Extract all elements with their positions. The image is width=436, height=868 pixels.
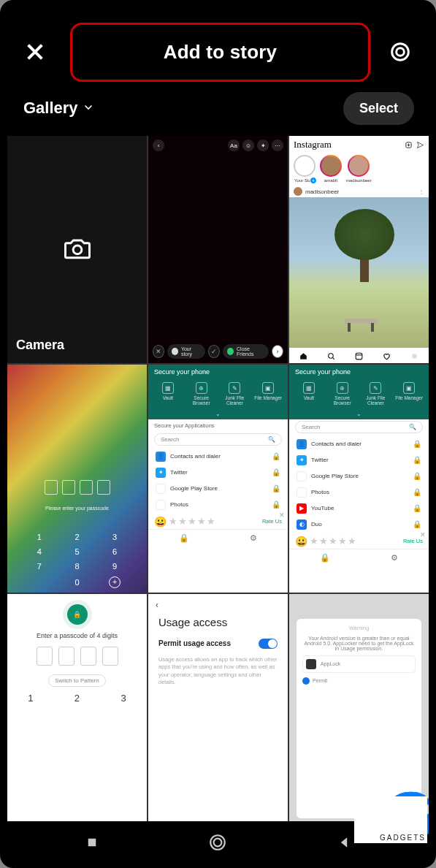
svg-point-4 — [328, 354, 333, 359]
close-icon — [23, 40, 47, 64]
page-title-highlight: Add to story — [70, 23, 370, 82]
contacts-icon: 👤 — [156, 452, 166, 462]
triangle-left-icon — [337, 835, 351, 850]
dot-icon — [302, 677, 310, 685]
thumbnail-instagram-feed[interactable]: Instagram + Your Story amabft — [289, 136, 429, 363]
story-item: amabft — [320, 155, 342, 183]
circle-icon — [208, 833, 227, 852]
story-item: madisonbeer — [346, 155, 372, 183]
text-tool-icon: Aa — [228, 140, 240, 151]
duo-icon: ◐ — [297, 519, 307, 530]
folder-icon: ▣ — [262, 382, 274, 394]
plus-icon: + — [310, 177, 317, 184]
search-box: Search🔍 — [154, 433, 282, 446]
lock-icon: 🔒 — [413, 440, 421, 448]
your-story-pill: Your story — [167, 344, 205, 359]
warning-body: Your Android version is greater than or … — [302, 636, 416, 651]
thumbnail-secure-a[interactable]: Secure your phone ▦Vault ⊕Secure Browser… — [148, 365, 288, 592]
thumbnail-passcode-white[interactable]: 🔒 Enter a passcode of 4 digits Switch to… — [7, 594, 147, 821]
svg-point-9 — [214, 839, 222, 847]
search-icon: 🔍 — [268, 436, 275, 443]
gear-icon: ⚙ — [250, 533, 257, 543]
post-username: madisonbeer — [305, 189, 339, 195]
sticker-icon: ☺ — [242, 140, 254, 151]
sparkle-icon: ✦ — [257, 140, 269, 151]
watermark-text: GADGETS — [380, 834, 426, 842]
more-icon: ⋯ — [272, 140, 283, 151]
lock-icon: 🔒 — [272, 484, 280, 492]
camera-tile[interactable]: Camera — [7, 136, 147, 363]
lock-icon: 🔒 — [179, 533, 189, 543]
svg-point-2 — [73, 245, 82, 254]
secure-title: Secure your phone — [148, 365, 288, 379]
lock-icon: 🔒 — [413, 456, 421, 464]
post-image — [289, 197, 429, 348]
svg-point-8 — [211, 835, 226, 850]
profile-icon — [410, 351, 420, 361]
folder-icon: ▣ — [403, 382, 415, 394]
svg-point-1 — [397, 48, 405, 56]
check-icon: ✓ — [208, 345, 220, 358]
lock-icon: 🔒 — [272, 452, 280, 460]
broom-icon: ✎ — [370, 382, 381, 394]
star-icon: ★★★★★ — [169, 516, 216, 527]
close-icon: ✕ — [279, 511, 285, 519]
close-friends-pill: Close Friends — [223, 344, 269, 359]
youtube-icon: ▶ — [297, 503, 307, 514]
gallery-dropdown[interactable]: Gallery — [23, 99, 94, 118]
vault-icon: ▦ — [162, 382, 174, 394]
lock-icon: 🔒 — [413, 520, 421, 528]
usage-title: Usage access — [151, 613, 285, 631]
gallery-dropdown-label: Gallery — [23, 99, 78, 118]
plus-icon: + — [109, 576, 121, 588]
chevron-down-icon: ⌄ — [289, 411, 429, 419]
passcode-prompt: Please enter your passcode — [7, 506, 147, 511]
new-post-icon — [404, 140, 413, 149]
keypad: 123 456 789 0+ — [7, 533, 147, 588]
lock-icon: 🔒 — [320, 553, 330, 563]
chevron-right-icon: › — [272, 345, 283, 358]
broom-icon: ✎ — [229, 382, 240, 394]
close-icon: ✕ — [420, 531, 426, 538]
emoji-icon: 😀 — [154, 516, 167, 528]
camera-label: Camera — [16, 338, 64, 353]
chevron-down-icon — [83, 99, 94, 118]
thumbnail-usage-access[interactable]: ‹ Usage access Permit usage access Usage… — [148, 594, 288, 821]
search-icon — [326, 351, 336, 361]
more-icon: ⋮ — [418, 189, 424, 195]
heart-icon — [382, 351, 392, 361]
settings-button[interactable] — [385, 37, 416, 67]
thumbnail-story-editor[interactable]: ‹ Aa ☺ ✦ ⋯ ✕ Your story ✓ Close Friends … — [148, 136, 288, 363]
svg-rect-5 — [356, 353, 362, 359]
home-icon — [298, 351, 308, 361]
switch-pattern-button: Switch to Pattern — [48, 674, 105, 687]
nav-recent-button[interactable] — [75, 826, 109, 859]
twitter-icon: ✦ — [297, 455, 307, 465]
lock-icon: 🔒 — [413, 472, 421, 480]
passcode-prompt: Enter a passcode of 4 digits — [37, 632, 118, 639]
gear-icon — [389, 40, 412, 64]
square-icon — [85, 836, 99, 849]
warning-heading: Warning — [302, 625, 416, 631]
close-button[interactable] — [20, 37, 50, 66]
svg-rect-7 — [88, 839, 96, 847]
thumbnail-secure-b[interactable]: Secure your phone ▦Vault ⊕Secure Browser… — [289, 365, 429, 592]
gear-icon: ⚙ — [391, 553, 398, 563]
select-button[interactable]: Select — [343, 92, 414, 125]
globe-icon: ⊕ — [196, 382, 207, 394]
messenger-icon — [416, 140, 424, 149]
globe-icon: ⊕ — [337, 382, 348, 394]
story-your-story: + Your Story — [294, 155, 315, 183]
play-store-icon: ▶ — [156, 484, 166, 494]
usage-description: Usage access allows an app to track whic… — [151, 656, 285, 687]
play-store-icon: ▶ — [297, 471, 307, 481]
lock-icon: 🔒 — [272, 500, 280, 509]
reels-icon — [353, 351, 364, 361]
photos-icon: ✿ — [297, 487, 307, 498]
instagram-logo: Instagram — [294, 139, 332, 151]
nav-home-button[interactable] — [201, 826, 234, 859]
emoji-icon: 😀 — [295, 536, 307, 547]
thumbnail-gradient-passcode[interactable]: Please enter your passcode 123 456 789 0… — [7, 365, 147, 592]
photos-icon: ✿ — [156, 500, 166, 510]
svg-point-0 — [392, 44, 409, 61]
